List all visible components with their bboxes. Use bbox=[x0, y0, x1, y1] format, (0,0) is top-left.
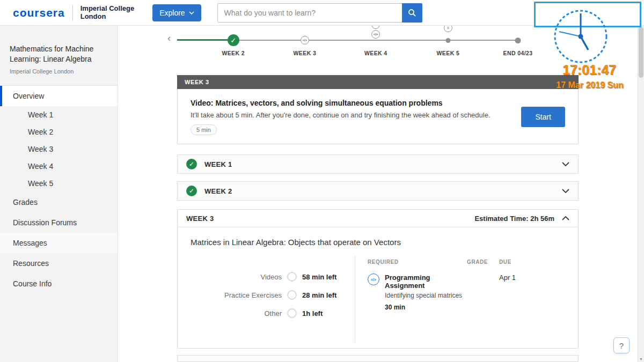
clock-date: 17 Mar 2019 Sun bbox=[551, 80, 629, 90]
code-glyph: </> bbox=[374, 33, 378, 36]
start-button[interactable]: Start bbox=[521, 107, 565, 127]
sidebar-item-week-4[interactable]: Week 4 bbox=[0, 158, 118, 175]
sidebar-item-messages[interactable]: Messages bbox=[0, 233, 118, 253]
week-3-label: WEEK 3 bbox=[186, 215, 214, 223]
scrollbar[interactable]: ▼ bbox=[638, 26, 644, 362]
column-header-grade: GRADE bbox=[467, 259, 499, 265]
timeline-label: WEEK 4 bbox=[364, 50, 387, 56]
sidebar-item-week-5[interactable]: Week 5 bbox=[0, 175, 118, 192]
navbar-divider bbox=[72, 5, 73, 21]
next-up-title: Video: Matrices, vectors, and solving si… bbox=[191, 99, 505, 107]
sidebar-item-discussion-forums[interactable]: Discussion Forums bbox=[0, 212, 118, 233]
accordion-label: WEEK 2 bbox=[204, 187, 232, 195]
assignment-text: Programming Assignment Identifying speci… bbox=[385, 274, 467, 311]
check-glyph: ✓ bbox=[189, 187, 194, 195]
timeline-track-complete bbox=[177, 39, 233, 41]
search-icon bbox=[408, 9, 416, 17]
imperial-college-logo[interactable]: Imperial College London bbox=[80, 5, 134, 21]
estimated-time: Estimated Time: 2h 56m bbox=[474, 215, 554, 223]
code-glyph: </> bbox=[303, 39, 308, 42]
sidebar-item-week-3[interactable]: Week 3 bbox=[0, 141, 118, 158]
chevron-down-icon bbox=[562, 189, 569, 193]
chevron-down-icon bbox=[189, 11, 194, 14]
code-icon[interactable]: </> bbox=[371, 30, 380, 39]
next-up-card: WEEK 3 Video: Matrices, vectors, and sol… bbox=[177, 75, 579, 144]
assignment-title: Programming Assignment bbox=[385, 274, 467, 290]
next-up-body: Video: Matrices, vectors, and solving si… bbox=[177, 89, 579, 144]
progress-value: 58 min left bbox=[302, 273, 347, 281]
sidebar-item-week-2[interactable]: Week 2 bbox=[0, 123, 118, 141]
explore-button[interactable]: Explore bbox=[152, 4, 201, 21]
scrollbar-thumb[interactable] bbox=[639, 27, 643, 78]
week-1-accordion[interactable]: ✓ WEEK 1 bbox=[177, 154, 579, 174]
assignment-due: Apr 1 bbox=[499, 274, 570, 311]
progress-label: Practice Exercises bbox=[224, 291, 282, 299]
next-section-edge bbox=[177, 355, 579, 362]
progress-circle-icon bbox=[287, 290, 297, 300]
check-glyph: ✓ bbox=[230, 36, 236, 45]
progress-row-practice-exercises: Practice Exercises 28 min left bbox=[191, 290, 347, 300]
partner-line1: Imperial College bbox=[80, 5, 134, 13]
code-icon: </> bbox=[368, 274, 379, 285]
timeline-end-dot bbox=[515, 38, 521, 43]
code-icon[interactable]: </> bbox=[301, 36, 309, 45]
timeline-back-icon[interactable]: ‹ bbox=[167, 32, 171, 44]
course-header: Mathematics for Machine Learning: Linear… bbox=[0, 26, 118, 86]
second-hand bbox=[559, 32, 581, 36]
sidebar-nav: Overview Week 1 Week 2 Week 3 Week 4 Wee… bbox=[0, 86, 118, 294]
week-3-section-header[interactable]: WEEK 3 Estimated Time: 2h 56m bbox=[178, 210, 578, 227]
course-partner: Imperial College London bbox=[10, 68, 108, 75]
column-header-required: REQUIRED bbox=[368, 259, 467, 265]
coursera-logo[interactable]: coursera bbox=[13, 6, 65, 19]
column-header-due: DUE bbox=[499, 259, 570, 265]
search-bar bbox=[217, 3, 422, 23]
timeline-label: WEEK 3 bbox=[294, 50, 317, 56]
sidebar-item-grades[interactable]: Grades bbox=[0, 192, 118, 212]
sidebar-item-resources[interactable]: Resources bbox=[0, 253, 118, 274]
progress-row-other: Other 1h left bbox=[191, 308, 347, 318]
assignment-subtitle: Identifying special matrices bbox=[385, 292, 467, 299]
progress-timeline: ✓ WEEK 2 </> WEEK 3 </> </> WEEK 4 ≡ WEE… bbox=[177, 30, 579, 60]
duration-badge: 5 min bbox=[191, 124, 217, 135]
timeline-track bbox=[233, 40, 518, 41]
assignment-table: REQUIRED GRADE DUE </> Programming Assig… bbox=[368, 259, 570, 311]
code-glyph: </> bbox=[371, 278, 376, 282]
module-title: Matrices in Linear Algebra: Objects that… bbox=[191, 238, 401, 247]
assignment-grade bbox=[467, 274, 499, 311]
quiz-glyph: ≡ bbox=[447, 26, 449, 29]
clock-time: 17:01:47 bbox=[554, 62, 624, 78]
assignment-main: </> Programming Assignment Identifying s… bbox=[368, 274, 467, 311]
explore-label: Explore bbox=[159, 9, 185, 17]
assignment-item[interactable]: </> Programming Assignment Identifying s… bbox=[368, 274, 570, 311]
check-icon[interactable]: ✓ bbox=[228, 34, 239, 46]
progress-circle-icon bbox=[287, 272, 297, 282]
analog-clock-icon bbox=[551, 6, 611, 67]
search-button[interactable] bbox=[402, 3, 422, 23]
scrollbar-down-arrow[interactable]: ▼ bbox=[638, 357, 644, 361]
partner-line2: London bbox=[80, 13, 134, 21]
week-2-accordion[interactable]: ✓ WEEK 2 bbox=[177, 181, 579, 201]
progress-summary: Videos 58 min left Practice Exercises 28… bbox=[191, 272, 347, 327]
progress-label: Other bbox=[264, 309, 282, 317]
sidebar-item-course-info[interactable]: Course Info bbox=[0, 274, 118, 294]
help-button[interactable]: ? bbox=[613, 337, 630, 353]
course-title: Mathematics for Machine Learning: Linear… bbox=[10, 44, 108, 65]
timeline-dot bbox=[445, 38, 450, 43]
next-up-description: It'll take about 5 min. After you're don… bbox=[191, 111, 505, 119]
sidebar-item-overview[interactable]: Overview bbox=[0, 86, 118, 106]
progress-label: Videos bbox=[260, 273, 282, 281]
table-header-row: REQUIRED GRADE DUE bbox=[368, 259, 570, 265]
timeline-label: END 04/23 bbox=[503, 50, 533, 56]
search-input[interactable] bbox=[217, 3, 402, 23]
timeline-label: WEEK 2 bbox=[222, 50, 245, 56]
next-up-week-header: WEEK 3 bbox=[177, 75, 579, 89]
accordion-label: WEEK 1 bbox=[204, 160, 232, 168]
week-3-section: WEEK 3 Estimated Time: 2h 56m Matrices i… bbox=[177, 209, 579, 349]
sidebar-item-week-1[interactable]: Week 1 bbox=[0, 106, 118, 123]
check-icon: ✓ bbox=[186, 159, 197, 169]
progress-row-videos: Videos 58 min left bbox=[191, 272, 347, 282]
column-divider bbox=[355, 256, 355, 343]
check-icon: ✓ bbox=[186, 186, 197, 196]
check-glyph: ✓ bbox=[189, 160, 194, 168]
chevron-up-icon bbox=[562, 216, 569, 220]
